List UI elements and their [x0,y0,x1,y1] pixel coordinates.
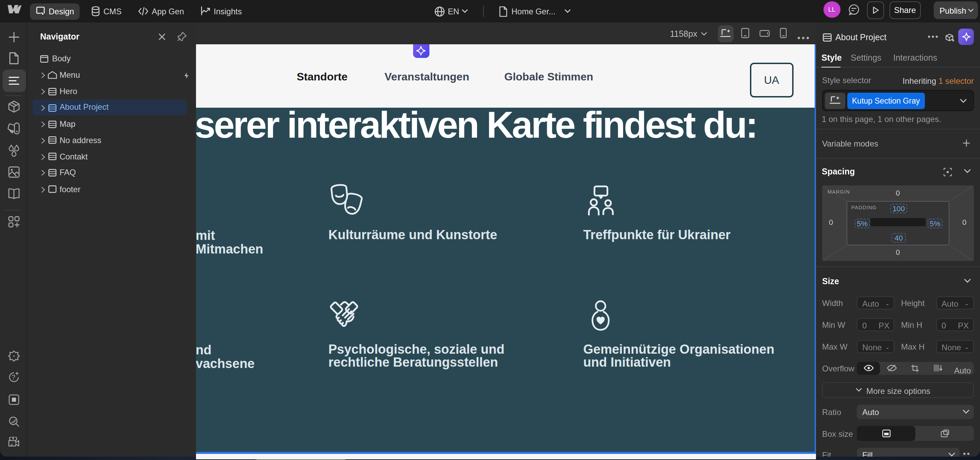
svg-text:?: ? [11,374,15,381]
